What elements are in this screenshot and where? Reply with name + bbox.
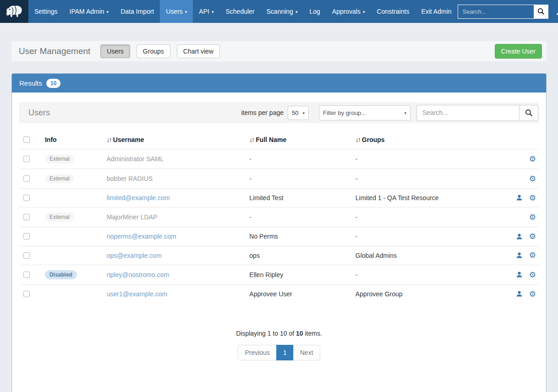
full-name-text: - (249, 155, 252, 163)
page-content: User Management Users Groups Chart view … (0, 41, 558, 392)
mammoth-logo[interactable] (0, 0, 28, 23)
groups-text: - (356, 271, 358, 278)
table-header-row: Info ↓↑Username ↓↑Full Name ↓↑Groups (19, 130, 539, 149)
tab-chart-view[interactable]: Chart view (177, 44, 220, 58)
gear-icon[interactable]: ⚙ (529, 213, 536, 221)
filter-by-group-select[interactable]: Filter by group... ▾ (319, 105, 410, 120)
table-row: Disabled ripley@nostromo.com Ellen Riple… (19, 265, 539, 284)
username-link[interactable]: limited@example.com (107, 194, 170, 201)
gear-icon[interactable]: ⚙ (529, 290, 536, 298)
search-icon (537, 8, 545, 15)
gear-icon[interactable]: ⚙ (529, 233, 536, 240)
table-search-button[interactable] (519, 105, 538, 121)
current-page-button[interactable]: 1 (276, 345, 294, 360)
groups-text: Limited 1 - QA Test Resource (356, 194, 439, 201)
row-checkbox[interactable] (23, 214, 30, 220)
column-header-username[interactable]: ↓↑Username (103, 130, 246, 149)
navbar-search-input[interactable] (458, 5, 534, 19)
gear-icon[interactable]: ⚙ (529, 155, 536, 163)
nav-label: Settings (34, 8, 58, 15)
column-label: Full Name (256, 136, 286, 143)
username-link[interactable]: ops@example.com (107, 252, 162, 259)
items-per-page-select[interactable]: 50 ▾ (288, 106, 309, 120)
row-checkbox[interactable] (23, 272, 30, 278)
user-icon (556, 8, 558, 16)
column-label: Username (113, 136, 144, 143)
gear-icon[interactable]: ⚙ (529, 251, 536, 259)
navbar-search-button[interactable] (534, 5, 548, 19)
username-link[interactable]: ripley@nostromo.com (107, 271, 169, 278)
user-menu[interactable]: ▾ (556, 8, 558, 16)
chevron-down-icon: ▾ (404, 111, 406, 115)
row-checkbox[interactable] (23, 175, 30, 182)
username-link[interactable]: user1@example.com (107, 290, 168, 298)
tab-users[interactable]: Users (100, 44, 130, 58)
displaying-count: 10 (296, 330, 303, 337)
displaying-prefix: Displaying 1 to 10 of (236, 330, 296, 337)
username-link[interactable]: noperms@example.com (107, 233, 176, 240)
nav-item-ipam-admin[interactable]: IPAM Admin▾ (64, 0, 115, 23)
impersonate-user-icon[interactable] (516, 290, 523, 298)
groups-text: - (356, 155, 358, 163)
items-per-page-value: 50 (292, 109, 298, 116)
nav-item-constraints[interactable]: Constraints (371, 0, 416, 23)
search-icon (525, 109, 533, 117)
nav-label: IPAM Admin (70, 8, 104, 15)
nav-item-settings[interactable]: Settings (28, 0, 64, 23)
table-row: External Administrator SAML - - ⚙ (19, 149, 539, 169)
gear-icon[interactable]: ⚙ (529, 271, 536, 279)
items-per-page-label: items per page (241, 109, 284, 116)
impersonate-user-icon[interactable] (516, 194, 523, 202)
nav-label: Scanning (267, 8, 293, 15)
disabled-badge: Disabled (45, 270, 77, 279)
nav-item-scheduler[interactable]: Scheduler (219, 0, 260, 23)
column-header-groups[interactable]: ↓↑Groups (352, 130, 505, 149)
external-badge: External (45, 174, 74, 183)
impersonate-user-icon[interactable] (516, 233, 523, 241)
full-name-text: - (249, 175, 252, 182)
chevron-down-icon: ▾ (107, 10, 109, 14)
nav-item-data-import[interactable]: Data Import (115, 0, 160, 23)
groups-text: Global Admins (356, 252, 397, 259)
top-navbar: Settings IPAM Admin▾ Data Import Users▾ … (0, 0, 558, 23)
previous-page-button[interactable]: Previous (238, 345, 276, 360)
row-checkbox[interactable] (23, 252, 30, 259)
sort-icon: ↓↑ (107, 136, 111, 143)
column-header-info: Info (41, 130, 103, 149)
impersonate-user-icon[interactable] (516, 251, 523, 260)
impersonate-user-icon[interactable] (516, 271, 523, 279)
groups-text: Approvee Group (356, 290, 403, 298)
nav-item-log[interactable]: Log (303, 0, 326, 23)
create-user-button[interactable]: Create User (495, 44, 542, 59)
row-checkbox[interactable] (23, 156, 30, 162)
results-count-badge: 10 (46, 79, 60, 88)
nav-item-api[interactable]: API▾ (193, 0, 219, 23)
nav-item-approvals[interactable]: Approvals▾ (326, 0, 371, 23)
sort-icon: ↓↑ (356, 136, 360, 143)
nav-label: API (199, 8, 209, 15)
next-page-button[interactable]: Next (293, 345, 320, 360)
groups-text: - (356, 233, 358, 240)
users-toolbar-title: Users (28, 108, 50, 118)
username-text: MajorMiner LDAP (107, 213, 157, 221)
nav-item-scanning[interactable]: Scanning▾ (261, 0, 304, 23)
displaying-suffix: items. (303, 330, 322, 337)
select-all-checkbox[interactable] (23, 136, 30, 143)
row-checkbox[interactable] (23, 233, 30, 240)
full-name-text: - (249, 213, 252, 221)
table-search-input[interactable] (416, 105, 519, 121)
mammoth-logo-icon (5, 4, 23, 19)
tab-groups[interactable]: Groups (137, 44, 170, 58)
nav-item-exit-admin[interactable]: Exit Admin (415, 0, 457, 23)
gear-icon[interactable]: ⚙ (529, 194, 536, 202)
row-checkbox[interactable] (23, 291, 30, 297)
column-label: Groups (362, 136, 385, 143)
gear-icon[interactable]: ⚙ (529, 175, 536, 183)
results-panel-header: Results 10 (12, 74, 546, 93)
displaying-summary: Displaying 1 to 10 of 10 items. (19, 330, 539, 337)
column-header-full-name[interactable]: ↓↑Full Name (246, 130, 352, 149)
row-checkbox[interactable] (23, 195, 30, 201)
results-panel-body: Users items per page 50 ▾ Filter by grou… (12, 93, 546, 392)
nav-item-users[interactable]: Users▾ (160, 0, 193, 23)
page-title: User Management (19, 46, 90, 56)
